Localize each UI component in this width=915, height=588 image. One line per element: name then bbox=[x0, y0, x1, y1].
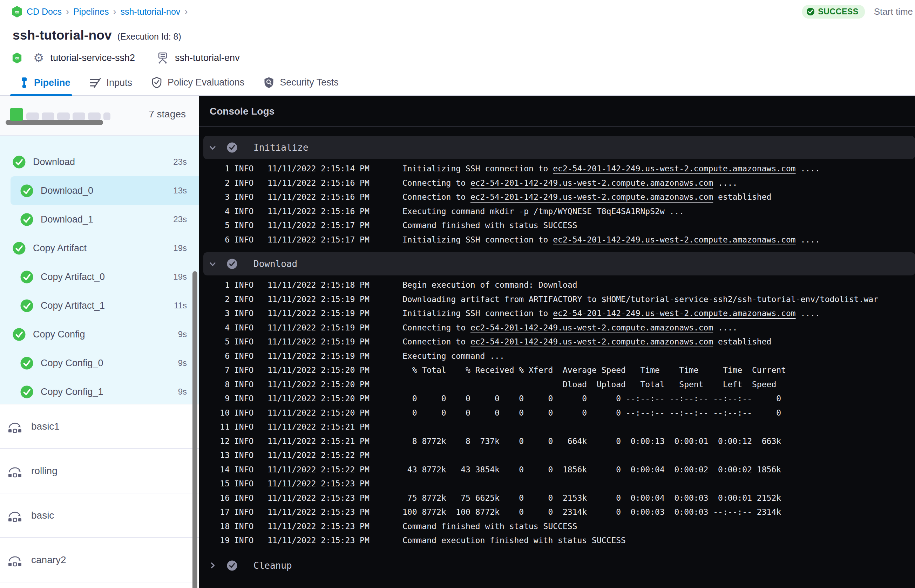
tab-policy-evaluations[interactable]: Policy Evaluations bbox=[151, 77, 244, 95]
host-link[interactable]: ec2-54-201-142-249.us-west-2.compute.ama… bbox=[470, 323, 713, 332]
log-line-number: 9 bbox=[199, 391, 230, 406]
log-line: 7 INFO 11/11/2022 2:15:20 PM % Total % R… bbox=[199, 363, 915, 377]
log-text: .... bbox=[796, 235, 820, 244]
log-message bbox=[403, 420, 915, 434]
stage-label: Download_1 bbox=[40, 214, 93, 225]
stage-row[interactable]: Copy Artifact_0 19s bbox=[0, 262, 199, 291]
host-link[interactable]: ec2-54-201-142-249.us-west-2.compute.ama… bbox=[553, 164, 795, 173]
success-check-icon bbox=[806, 7, 815, 16]
host-link[interactable]: ec2-54-201-142-249.us-west-2.compute.ama… bbox=[470, 192, 713, 202]
pipeline-icon bbox=[19, 77, 29, 88]
log-line: 8 INFO 11/11/2022 2:15:20 PM Dload Uploa… bbox=[199, 377, 915, 392]
log-timestamp: 11/11/2022 2:15:20 PM bbox=[267, 391, 403, 406]
page-header: ∞ CD Docs › Pipelines › ssh-tutorial-nov… bbox=[0, 0, 915, 96]
log-line-number: 18 bbox=[199, 519, 230, 534]
stage-success-check-icon bbox=[20, 386, 33, 398]
inputs-icon bbox=[89, 78, 101, 88]
chevron-down-icon[interactable] bbox=[208, 143, 217, 152]
log-section-header[interactable]: Cleanup bbox=[203, 554, 915, 577]
log-section-header[interactable]: Initialize bbox=[203, 136, 915, 159]
log-text: 0 0 0 0 0 0 0 0 --:--:-- --:--:-- --:--:… bbox=[403, 408, 781, 417]
stage-row[interactable]: Copy Artifact_1 11s bbox=[0, 291, 199, 320]
sidebar-scrollbar[interactable] bbox=[192, 271, 197, 588]
stage-row[interactable]: Copy Artifact 19s bbox=[0, 234, 199, 262]
log-timestamp: 11/11/2022 2:15:16 PM bbox=[267, 190, 403, 204]
log-timestamp: 11/11/2022 2:15:20 PM bbox=[267, 363, 403, 377]
log-line-number: 11 bbox=[199, 420, 230, 434]
log-section-header[interactable]: Download bbox=[203, 252, 915, 275]
harness-cd-logo-icon: ∞ bbox=[12, 52, 22, 64]
log-line-number: 1 bbox=[199, 162, 230, 176]
tab-inputs[interactable]: Inputs bbox=[89, 78, 133, 95]
breadcrumb-item-pipeline-name[interactable]: ssh-tutorial-nov bbox=[120, 6, 180, 17]
section-success-check-icon bbox=[227, 560, 237, 571]
stage-row[interactable]: Copy Config 9s bbox=[0, 320, 199, 349]
stage-duration: 23s bbox=[173, 215, 187, 224]
log-line-number: 19 bbox=[199, 533, 230, 548]
chevron-down-icon[interactable] bbox=[208, 259, 217, 269]
log-line-number: 17 bbox=[199, 505, 230, 519]
log-line-number: 5 bbox=[199, 334, 230, 349]
chevron-right-icon[interactable] bbox=[208, 561, 217, 570]
log-message: Connecting to ec2-54-201-142-249.us-west… bbox=[403, 321, 915, 335]
rollback-icon bbox=[7, 552, 23, 567]
log-line-number: 6 bbox=[199, 233, 230, 247]
stage-row[interactable]: Download_1 23s bbox=[0, 205, 199, 234]
pipeline-list-item[interactable]: basic1 bbox=[0, 404, 199, 449]
log-line: 13 INFO 11/11/2022 2:15:22 PM bbox=[199, 448, 915, 462]
log-line: 1 INFO 11/11/2022 2:15:14 PM Initializin… bbox=[199, 162, 915, 176]
log-timestamp: 11/11/2022 2:15:17 PM bbox=[267, 218, 403, 233]
log-line-number: 10 bbox=[199, 406, 230, 420]
stage-duration: 9s bbox=[178, 387, 187, 397]
log-level: INFO bbox=[234, 448, 267, 462]
log-timestamp: 11/11/2022 2:15:23 PM bbox=[267, 533, 403, 548]
environment-name[interactable]: ssh-tutorial-env bbox=[175, 53, 240, 63]
log-level: INFO bbox=[234, 533, 267, 548]
console-logs-title: Console Logs bbox=[210, 106, 915, 117]
host-link[interactable]: ec2-54-201-142-249.us-west-2.compute.ama… bbox=[553, 235, 795, 244]
log-line: 2 INFO 11/11/2022 2:15:16 PM Connecting … bbox=[199, 176, 915, 190]
log-text: .... bbox=[796, 309, 820, 318]
host-link[interactable]: ec2-54-201-142-249.us-west-2.compute.ama… bbox=[470, 178, 713, 187]
log-line: 3 INFO 11/11/2022 2:15:16 PM Connection … bbox=[199, 190, 915, 204]
breadcrumb-item-cd-docs[interactable]: CD Docs bbox=[27, 6, 62, 17]
log-level: INFO bbox=[234, 306, 267, 321]
stage-label: Copy Artifact_1 bbox=[40, 300, 105, 311]
pipeline-list-item[interactable]: rolling bbox=[0, 449, 199, 493]
stage-row[interactable]: Copy Config_1 9s bbox=[0, 377, 199, 406]
pipeline-list-item[interactable]: canary2 bbox=[0, 538, 199, 582]
log-section: Download 1 INFO 11/11/2022 2:15:18 PM Be… bbox=[199, 252, 915, 551]
stage-count-label: 7 stages bbox=[149, 109, 186, 120]
log-line-number: 8 bbox=[199, 377, 230, 392]
tab-pipeline[interactable]: Pipeline bbox=[19, 77, 71, 95]
tab-bar: Pipeline Inputs Policy Evaluations bbox=[0, 73, 915, 96]
pipeline-list: basic1 rolling basic canary2 bbox=[0, 404, 199, 588]
service-name[interactable]: tutorial-service-ssh2 bbox=[50, 53, 135, 63]
tab-security-tests[interactable]: Security Tests bbox=[263, 77, 339, 95]
log-level: INFO bbox=[234, 477, 267, 491]
log-text: 100 8772k 100 8772k 0 0 2314k 0 0:00:03 … bbox=[403, 507, 781, 517]
log-text: 8 8772k 8 737k 0 0 664k 0 0:00:13 0:00:0… bbox=[403, 437, 781, 446]
stage-row[interactable]: Download 23s bbox=[0, 147, 199, 176]
log-level: INFO bbox=[234, 462, 267, 477]
main-content: 7 stages Download 23s Download_0 13s bbox=[0, 96, 915, 588]
breadcrumb-row: ∞ CD Docs › Pipelines › ssh-tutorial-nov… bbox=[0, 0, 915, 18]
stage-row[interactable]: Copy Config_0 9s bbox=[0, 349, 199, 377]
log-text: Downloading artifact from ARTIFACTORY to… bbox=[403, 295, 878, 304]
stage-row[interactable]: Download_0 13s bbox=[0, 176, 199, 205]
log-level: INFO bbox=[234, 377, 267, 392]
log-text: established bbox=[713, 337, 771, 346]
log-line: 6 INFO 11/11/2022 2:15:17 PM Initializin… bbox=[199, 233, 915, 247]
section-lines: 1 INFO 11/11/2022 2:15:18 PM Begin execu… bbox=[199, 275, 915, 551]
breadcrumb-separator: › bbox=[184, 6, 188, 17]
log-text: Initializing SSH connection to bbox=[403, 309, 553, 318]
stage-success-check-icon bbox=[13, 328, 26, 341]
log-line: 1 INFO 11/11/2022 2:15:18 PM Begin execu… bbox=[199, 278, 915, 292]
log-line: 11 INFO 11/11/2022 2:15:21 PM bbox=[199, 420, 915, 434]
pipeline-execution-page: ∞ CD Docs › Pipelines › ssh-tutorial-nov… bbox=[0, 0, 915, 588]
breadcrumb-item-pipelines[interactable]: Pipelines bbox=[73, 6, 109, 17]
host-link[interactable]: ec2-54-201-142-249.us-west-2.compute.ama… bbox=[553, 309, 795, 318]
host-link[interactable]: ec2-54-201-142-249.us-west-2.compute.ama… bbox=[470, 337, 713, 346]
pipeline-list-item[interactable]: basic bbox=[0, 493, 199, 538]
log-timestamp: 11/11/2022 2:15:21 PM bbox=[267, 434, 403, 449]
